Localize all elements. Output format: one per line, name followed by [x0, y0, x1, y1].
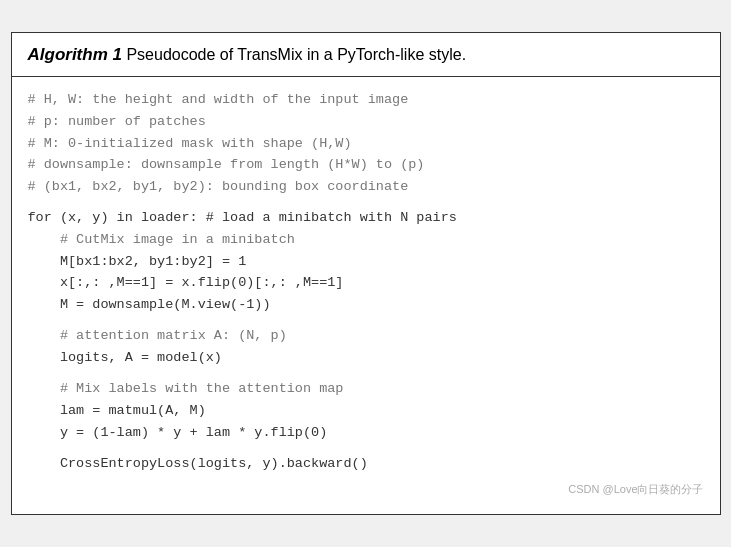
code-line-1-2: M[bx1:bx2, by1:by2] = 1	[28, 251, 704, 273]
code-line-3-2: y = (1-lam) * y + lam * y.flip(0)	[28, 422, 704, 444]
code-line-1-0: for (x, y) in loader: # load a minibatch…	[28, 207, 704, 229]
code-line-1-4: M = downsample(M.view(-1))	[28, 294, 704, 316]
comment-line-2: # p: number of patches	[28, 111, 704, 133]
watermark: CSDN @Love向日葵的分子	[28, 481, 704, 499]
algorithm-header: Algorithm 1 Pseudocode of TransMix in a …	[12, 33, 720, 78]
code-block-1: for (x, y) in loader: # load a minibatch…	[28, 207, 704, 315]
comment-line-1: # H, W: the height and width of the inpu…	[28, 89, 704, 111]
algorithm-label: Algorithm 1	[28, 45, 122, 64]
code-line-4-0: CrossEntropyLoss(logits, y).backward()	[28, 453, 704, 475]
code-block-2: # attention matrix A: (N, p) logits, A =…	[28, 325, 704, 368]
comment-line-4: # downsample: downsample from length (H*…	[28, 154, 704, 176]
code-line-2-0: # attention matrix A: (N, p)	[28, 325, 704, 347]
algorithm-body: # H, W: the height and width of the inpu…	[12, 77, 720, 514]
comments-block: # H, W: the height and width of the inpu…	[28, 89, 704, 197]
algorithm-title: Pseudocode of TransMix in a PyTorch-like…	[126, 46, 466, 63]
algorithm-box: Algorithm 1 Pseudocode of TransMix in a …	[11, 32, 721, 516]
code-line-2-1: logits, A = model(x)	[28, 347, 704, 369]
code-block-4: CrossEntropyLoss(logits, y).backward()	[28, 453, 704, 475]
code-line-1-1: # CutMix image in a minibatch	[28, 229, 704, 251]
code-block-3: # Mix labels with the attention map lam …	[28, 378, 704, 443]
code-line-3-0: # Mix labels with the attention map	[28, 378, 704, 400]
code-line-1-3: x[:,: ,M==1] = x.flip(0)[:,: ,M==1]	[28, 272, 704, 294]
comment-line-5: # (bx1, bx2, by1, by2): bounding box coo…	[28, 176, 704, 198]
comment-line-3: # M: 0-initialized mask with shape (H,W)	[28, 133, 704, 155]
code-line-3-1: lam = matmul(A, M)	[28, 400, 704, 422]
